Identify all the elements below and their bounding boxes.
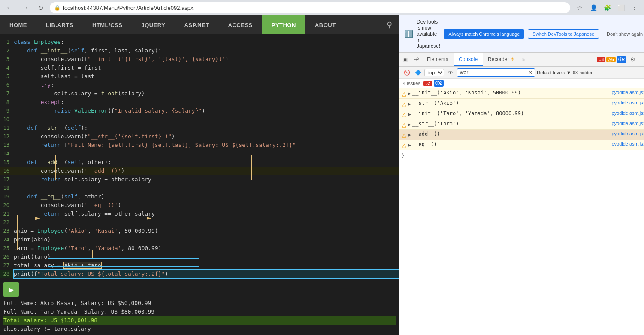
tab-elements[interactable]: Elements xyxy=(422,53,454,66)
eye-icon-button[interactable]: 👁 xyxy=(446,68,455,77)
code-line-27: 27 total_salary = akio + taro xyxy=(0,261,399,270)
code-line-14: 14 xyxy=(0,149,399,158)
entry-text-5: __eq__() xyxy=(412,141,608,147)
code-container: ► ► ◄ 1 class Employee: 2 def __init__(s… xyxy=(0,34,399,280)
code-line-29: 29 print('akio.salary == taro.salary' if… xyxy=(0,278,399,280)
entry-source-0[interactable]: pyodide.asm.js:14 xyxy=(608,90,644,95)
warn-icon-5: △ xyxy=(402,142,406,149)
default-levels-button[interactable]: Default levels ▼ xyxy=(537,70,571,75)
code-line-6: 6 try: xyxy=(0,81,399,89)
entry-text-4: __add__() xyxy=(412,131,608,137)
code-line-16: 16 console.warn('__add__()') xyxy=(0,167,399,175)
output-area: Full Name: Akio Kasai, Salary: US $50,00… xyxy=(0,280,399,335)
entry-source-3[interactable]: pyodide.asm.js:14 xyxy=(608,121,644,126)
notification-text: DevTools is now available in Japanese! xyxy=(417,19,440,49)
switch-devtools-button[interactable]: Switch DevTools to Japanese xyxy=(528,29,599,39)
clear-search-button[interactable]: ✕ xyxy=(526,69,534,76)
reload-button[interactable]: ↻ xyxy=(34,2,46,14)
entry-source-1[interactable]: pyodide.asm.js:14 xyxy=(608,100,644,105)
entry-text-3: __str__('Taro') xyxy=(412,121,608,127)
dock-icon[interactable]: ▣ xyxy=(399,54,411,65)
recorder-warn-icon: ⚠ xyxy=(510,56,515,62)
code-area: ► ► ◄ 1 class Employee: 2 def __init__(s… xyxy=(0,34,399,335)
search-icon[interactable]: ⚲ xyxy=(387,20,399,30)
main-area: HOME LIB.ARTS HTML/CSS JQUERY ASP.NET AC… xyxy=(0,15,644,335)
maximize-button[interactable]: ⬜ xyxy=(615,2,627,14)
expand-1[interactable]: ▶ xyxy=(408,102,411,106)
entry-text-0: __init__('Akio', 'Kasai', 50000.99) xyxy=(412,90,608,96)
devtools-tabs: ▣ ☍ Elements Console Recorder ⚠ » ○3 △6 … xyxy=(399,53,644,67)
code-line-20: 20 console.warn('__eq__()') xyxy=(0,201,399,210)
warn-icon-4: △ xyxy=(402,132,406,138)
console-entry-0[interactable]: △ ▶ __init__('Akio', 'Kasai', 50000.99) … xyxy=(399,88,644,99)
nav-access[interactable]: ACCESS xyxy=(219,15,262,34)
code-line-22: 22 xyxy=(0,218,399,227)
console-entry-1[interactable]: △ ▶ __str__('Akio') pyodide.asm.js:14 xyxy=(399,99,644,109)
nav-home[interactable]: HOME xyxy=(0,15,36,34)
settings-icon[interactable]: ⚙ xyxy=(627,54,638,65)
code-line-4: 4 self.first = first xyxy=(0,64,399,72)
dont-show-again-button[interactable]: Don't show again xyxy=(602,30,644,38)
bookmark-star-button[interactable]: ☆ xyxy=(574,2,586,14)
profile-button[interactable]: 👤 xyxy=(587,2,599,14)
console-search-input[interactable] xyxy=(457,68,535,77)
run-button[interactable] xyxy=(3,282,19,297)
console-entry-3[interactable]: △ ▶ __str__('Taro') pyodide.asm.js:14 xyxy=(399,119,644,130)
filter-button[interactable]: 🔷 xyxy=(413,68,423,77)
console-entry-5[interactable]: △ ▶ __eq__() pyodide.asm.js:14 xyxy=(399,140,644,150)
output-line-3: Total salary: US $130,001.98 xyxy=(3,316,396,325)
error-badge: ○3 xyxy=(597,57,605,62)
more-tabs-icon[interactable]: » xyxy=(520,57,526,63)
top-level-select[interactable]: top xyxy=(424,69,444,76)
warn-icon-0: △ xyxy=(402,91,406,97)
forward-button[interactable]: → xyxy=(19,2,31,14)
search-wrap: ✕ xyxy=(457,68,535,77)
output-line-2: Full Name: Taro Yamada, Salary: US $80,0… xyxy=(3,308,396,316)
entry-source-4[interactable]: pyodide.asm.js:14 xyxy=(608,131,644,136)
expand-4[interactable]: ▶ xyxy=(408,133,411,137)
expand-5[interactable]: ▶ xyxy=(408,143,411,147)
entry-source-2[interactable]: pyodide.asm.js:14 xyxy=(608,110,644,116)
nav-bar: HOME LIB.ARTS HTML/CSS JQUERY ASP.NET AC… xyxy=(0,15,399,34)
extensions-button[interactable]: 🧩 xyxy=(601,2,613,14)
code-line-11: 11 def __str__(self): xyxy=(0,124,399,132)
console-entry-2[interactable]: △ ▶ __init__('Taro', 'Yamada', 80000.99)… xyxy=(399,109,644,119)
code-line-1: 1 class Employee: xyxy=(0,38,399,46)
code-line-17: 17 return self.salary + other.salary xyxy=(0,175,399,184)
clear-console-button[interactable]: 🚫 xyxy=(402,68,411,77)
expand-3[interactable]: ▶ xyxy=(408,122,411,127)
menu-button[interactable]: ⋮ xyxy=(629,2,641,14)
nav-libarts[interactable]: LIB.ARTS xyxy=(36,15,83,34)
expand-0[interactable]: ▶ xyxy=(408,91,411,96)
tab-console[interactable]: Console xyxy=(454,53,483,66)
code-line-15: 15 def __add__(self, other): xyxy=(0,158,399,167)
tab-recorder[interactable]: Recorder ⚠ xyxy=(483,53,520,66)
entry-text-1: __str__('Akio') xyxy=(412,100,608,106)
entry-text-2: __init__('Taro', 'Yamada', 80000.99) xyxy=(412,110,608,116)
console-entry-4[interactable]: △ ▶ __add__() pyodide.asm.js:14 xyxy=(399,130,644,140)
console-entries[interactable]: △ ▶ __init__('Akio', 'Kasai', 50000.99) … xyxy=(399,88,644,335)
code-line-5: 5 self.last = last xyxy=(0,72,399,81)
lock-icon: 🔒 xyxy=(54,5,60,11)
expand-2[interactable]: ▶ xyxy=(408,112,411,116)
devtools-icon-group: ○3 △6 ⓘ2 ⚙ ⋮ xyxy=(597,54,644,65)
devtools-notification: ℹ️ DevTools is now available in Japanese… xyxy=(399,15,644,53)
device-icon[interactable]: ☍ xyxy=(411,54,422,65)
nav-aspnet[interactable]: ASP.NET xyxy=(175,15,218,34)
nav-about[interactable]: ABOUT xyxy=(305,15,345,34)
nav-jquery[interactable]: JQUERY xyxy=(132,15,175,34)
entries-container: △ ▶ __init__('Akio', 'Kasai', 50000.99) … xyxy=(399,88,644,150)
back-button[interactable]: ← xyxy=(3,2,15,14)
nav-htmlcss[interactable]: HTML/CSS xyxy=(83,15,132,34)
browser-actions: ☆ 👤 🧩 ⬜ ⋮ xyxy=(574,2,641,14)
more-options-icon[interactable]: ⋮ xyxy=(639,54,644,65)
nav-python[interactable]: PYTHON xyxy=(262,15,305,34)
address-bar[interactable]: 🔒 localhost:44387/Menu/Python/Article/Ar… xyxy=(50,2,570,13)
code-line-26: 26 print(taro) xyxy=(0,253,399,261)
code-line-19: 19 def __eq__(self, other): xyxy=(0,192,399,201)
match-language-button[interactable]: Always match Chrome's language xyxy=(444,29,524,39)
warning-badge: △6 xyxy=(606,57,616,62)
entry-source-5[interactable]: pyodide.asm.js:14 xyxy=(608,141,644,146)
code-line-2: 2 def __init__(self, first, last, salary… xyxy=(0,46,399,55)
browser-chrome: ← → ↻ 🔒 localhost:44387/Menu/Python/Arti… xyxy=(0,0,644,15)
